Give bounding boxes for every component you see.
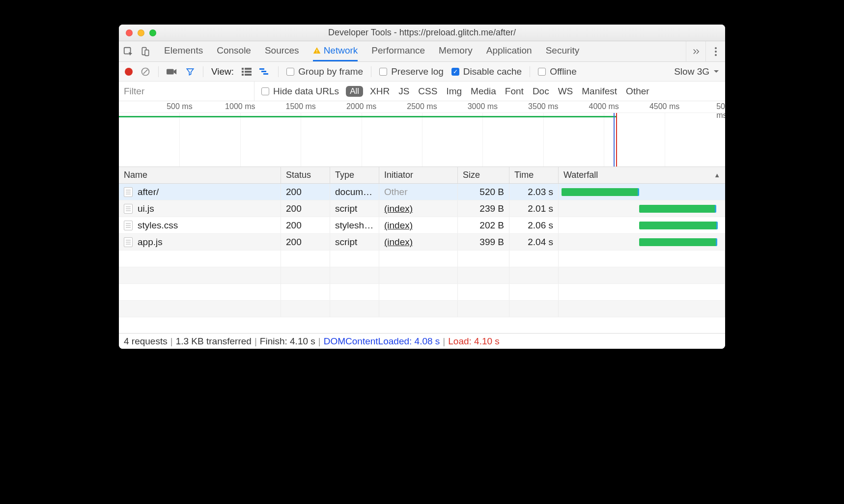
cell-name: after/ xyxy=(119,184,281,200)
svg-rect-12 xyxy=(242,74,244,76)
filter-type-media[interactable]: Media xyxy=(471,86,496,97)
device-toolbar-icon[interactable] xyxy=(141,46,150,57)
tab-network[interactable]: Network xyxy=(313,41,358,61)
filter-type-all[interactable]: All xyxy=(346,86,363,97)
col-size[interactable]: Size xyxy=(458,167,509,183)
cell-initiator[interactable]: (index) xyxy=(379,217,458,233)
view-label: View: xyxy=(211,66,234,77)
timeline-tick: 500 ms xyxy=(167,102,192,111)
table-row[interactable]: after/200docum…Other520 B2.03 s xyxy=(119,184,725,200)
filter-type-font[interactable]: Font xyxy=(505,86,524,97)
group-by-frame-checkbox[interactable]: Group by frame xyxy=(286,66,363,77)
overview-toggle-icon[interactable] xyxy=(259,68,270,76)
settings-menu-button[interactable] xyxy=(705,41,725,61)
filter-type-doc[interactable]: Doc xyxy=(533,86,549,97)
chevron-down-icon xyxy=(713,70,719,74)
filter-type-css[interactable]: CSS xyxy=(418,86,437,97)
tab-elements[interactable]: Elements xyxy=(164,41,203,61)
table-row[interactable]: app.js200script(index)399 B2.04 s xyxy=(119,234,725,251)
table-header: Name Status Type Initiator Size Time Wat… xyxy=(119,167,725,184)
tab-console[interactable]: Console xyxy=(217,41,251,61)
svg-rect-16 xyxy=(259,68,264,70)
network-overview[interactable]: 500 ms1000 ms1500 ms2000 ms2500 ms3000 m… xyxy=(119,101,725,167)
timeline-tick: 3500 ms xyxy=(528,102,558,111)
clear-button[interactable] xyxy=(141,67,150,77)
devtools-window: Developer Tools - https://preload.glitch… xyxy=(119,25,725,349)
hide-data-urls-checkbox[interactable]: Hide data URLs xyxy=(261,86,339,97)
status-domcontentloaded: DOMContentLoaded: 4.08 s xyxy=(324,336,440,347)
table-row-empty xyxy=(119,267,725,284)
svg-rect-13 xyxy=(245,68,252,70)
cell-size: 202 B xyxy=(458,217,509,233)
filter-type-img[interactable]: Img xyxy=(446,86,462,97)
col-status[interactable]: Status xyxy=(281,167,330,183)
cell-time: 2.03 s xyxy=(509,184,559,200)
cell-initiator[interactable]: (index) xyxy=(379,234,458,250)
more-tabs-button[interactable] xyxy=(686,41,705,61)
cell-status: 200 xyxy=(281,200,330,217)
offline-checkbox[interactable]: Offline xyxy=(538,66,577,77)
table-row-empty xyxy=(119,301,725,317)
offline-label: Offline xyxy=(550,66,577,77)
large-rows-icon[interactable] xyxy=(242,68,252,76)
timeline-tick: 2000 ms xyxy=(346,102,376,111)
cell-time: 2.06 s xyxy=(509,217,559,233)
capture-screenshots-icon[interactable] xyxy=(167,68,177,76)
throttling-select[interactable]: Slow 3G xyxy=(674,66,719,77)
status-requests: 4 requests xyxy=(124,336,168,347)
cell-initiator[interactable]: (index) xyxy=(379,200,458,217)
col-waterfall[interactable]: Waterfall▲ xyxy=(559,167,725,183)
svg-rect-3 xyxy=(316,50,317,52)
filter-toggle-icon[interactable] xyxy=(185,67,195,77)
tab-application[interactable]: Application xyxy=(486,41,532,61)
svg-rect-9 xyxy=(167,69,174,74)
filter-input[interactable] xyxy=(119,82,254,101)
col-time[interactable]: Time xyxy=(509,167,559,183)
filter-type-other[interactable]: Other xyxy=(626,86,649,97)
table-row[interactable]: ui.js200script(index)239 B2.01 s xyxy=(119,200,725,217)
cell-size: 239 B xyxy=(458,200,509,217)
minimize-window-button[interactable] xyxy=(138,29,144,36)
disable-cache-label: Disable cache xyxy=(463,66,522,77)
col-name[interactable]: Name xyxy=(119,167,281,183)
table-row-empty xyxy=(119,251,725,267)
file-icon xyxy=(124,187,133,197)
timeline-tick: 2500 ms xyxy=(407,102,437,111)
cell-waterfall xyxy=(559,200,725,217)
tab-performance[interactable]: Performance xyxy=(371,41,425,61)
filter-bar: Hide data URLs All XHRJSCSSImgMediaFontD… xyxy=(119,82,725,101)
close-window-button[interactable] xyxy=(126,29,133,36)
file-icon xyxy=(124,237,133,247)
cell-status: 200 xyxy=(281,217,330,233)
tab-sources[interactable]: Sources xyxy=(265,41,299,61)
inspect-element-icon[interactable] xyxy=(123,46,134,57)
cell-time: 2.01 s xyxy=(509,200,559,217)
svg-point-6 xyxy=(715,51,717,53)
timeline-tick: 1000 ms xyxy=(225,102,255,111)
col-initiator[interactable]: Initiator xyxy=(379,167,458,183)
filter-type-js[interactable]: JS xyxy=(398,86,409,97)
cell-type: docum… xyxy=(330,184,379,200)
status-finish: Finish: 4.10 s xyxy=(260,336,315,347)
svg-rect-18 xyxy=(263,73,268,75)
network-toolbar: View: Group by frame Preserve log ✓Disab… xyxy=(119,62,725,82)
preserve-log-checkbox[interactable]: Preserve log xyxy=(379,66,444,77)
throttling-value: Slow 3G xyxy=(674,66,709,77)
tab-security[interactable]: Security xyxy=(546,41,580,61)
cell-status: 200 xyxy=(281,184,330,200)
disable-cache-checkbox[interactable]: ✓Disable cache xyxy=(451,66,522,77)
filter-type-ws[interactable]: WS xyxy=(558,86,573,97)
zoom-window-button[interactable] xyxy=(149,29,156,36)
load-marker xyxy=(616,113,617,167)
filter-type-xhr[interactable]: XHR xyxy=(370,86,390,97)
table-row[interactable]: styles.css200stylesh…(index)202 B2.06 s xyxy=(119,217,725,234)
tab-memory[interactable]: Memory xyxy=(439,41,473,61)
col-type[interactable]: Type xyxy=(330,167,379,183)
timeline-tick: 4000 ms xyxy=(589,102,619,111)
status-bar: 4 requests| 1.3 KB transferred| Finish: … xyxy=(119,333,725,349)
cell-name: app.js xyxy=(119,234,281,250)
record-button[interactable] xyxy=(125,68,133,76)
filter-type-manifest[interactable]: Manifest xyxy=(582,86,617,97)
cell-size: 399 B xyxy=(458,234,509,250)
svg-rect-11 xyxy=(242,71,244,73)
